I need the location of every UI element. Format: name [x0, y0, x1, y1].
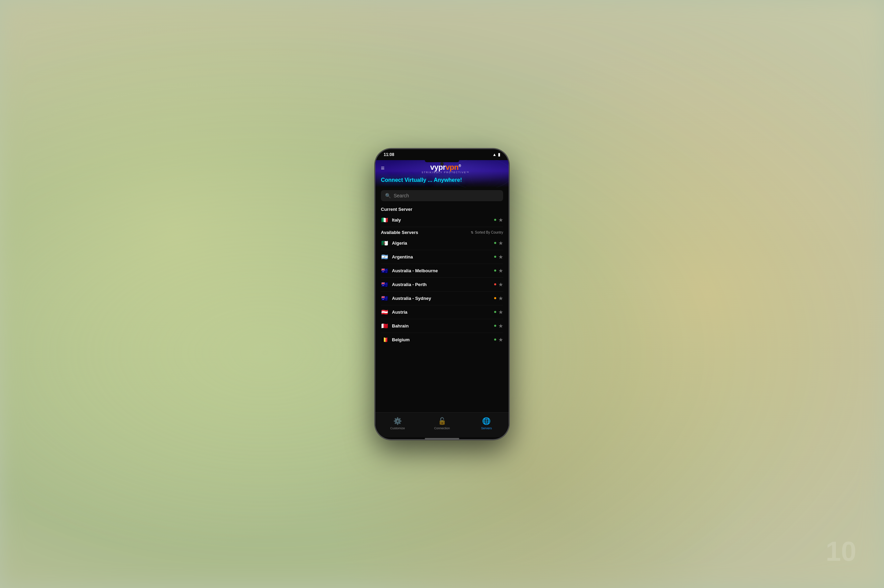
wifi-icon: ▲: [492, 152, 496, 157]
server-actions-belgium: ★: [494, 336, 503, 343]
search-icon: 🔍: [385, 193, 391, 198]
server-dot-australia-melbourne: [494, 270, 496, 272]
server-flag-algeria: 🇩🇿: [381, 240, 388, 246]
server-actions-algeria: ★: [494, 240, 503, 246]
server-actions-australia-melbourne: ★: [494, 267, 503, 274]
search-placeholder: Search: [394, 193, 409, 198]
bottom-nav: ⚙️ Customize 🔓 Connection 🌐 Servers: [375, 412, 509, 437]
customize-icon: ⚙️: [393, 417, 402, 425]
current-server-star[interactable]: ★: [498, 217, 503, 223]
logo-text: vyprvpn®: [430, 163, 461, 172]
status-bar: 11:08 ▲ ▮: [375, 149, 509, 160]
server-actions-australia-sydney: ★: [494, 295, 503, 302]
server-star-austria[interactable]: ★: [498, 309, 503, 315]
nav-item-connection[interactable]: 🔓 Connection: [420, 417, 465, 430]
current-server-actions: ★: [494, 217, 503, 223]
server-star-australia-melbourne[interactable]: ★: [498, 267, 503, 274]
server-dot-austria: [494, 311, 496, 313]
server-dot-argentina: [494, 256, 496, 258]
server-name-australia-perth: Australia - Perth: [392, 282, 494, 287]
server-actions-bahrain: ★: [494, 322, 503, 329]
status-icons: ▲ ▮: [492, 152, 501, 157]
server-name-argentina: Argentina: [392, 254, 494, 260]
status-time: 11:08: [383, 152, 394, 157]
server-item-bahrain[interactable]: 🇧🇭 Bahrain ★: [381, 319, 503, 333]
server-name-algeria: Algeria: [392, 240, 494, 246]
server-item-australia-melbourne[interactable]: 🇦🇺 Australia - Melbourne ★: [381, 264, 503, 278]
connection-label: Connection: [434, 426, 450, 430]
nav-item-customize[interactable]: ⚙️ Customize: [375, 417, 420, 430]
phone-frame: 11:08 ▲ ▮ ≡: [375, 148, 509, 440]
server-item-australia-perth[interactable]: 🇦🇺 Australia - Perth ★: [381, 278, 503, 292]
server-flag-australia-melbourne: 🇦🇺: [381, 267, 388, 274]
server-flag-bahrain: 🇧🇭: [381, 322, 388, 329]
servers-label: Servers: [481, 426, 492, 430]
server-item-austria[interactable]: 🇦🇹 Austria ★: [381, 305, 503, 319]
server-star-argentina[interactable]: ★: [498, 254, 503, 260]
server-dot-australia-perth: [494, 283, 496, 285]
server-flag-argentina: 🇦🇷: [381, 254, 388, 260]
server-item-algeria[interactable]: 🇩🇿 Algeria ★: [381, 236, 503, 250]
server-name-australia-melbourne: Australia - Melbourne: [392, 268, 494, 273]
battery-icon: ▮: [498, 152, 501, 157]
current-server-flag: 🇮🇹: [381, 217, 388, 223]
server-flag-australia-sydney: 🇦🇺: [381, 295, 388, 302]
camera-notch: [440, 162, 444, 166]
server-actions-austria: ★: [494, 309, 503, 315]
server-star-australia-perth[interactable]: ★: [498, 281, 503, 288]
search-container: 🔍 Search: [375, 188, 509, 204]
server-item-australia-sydney[interactable]: 🇦🇺 Australia - Sydney ★: [381, 292, 503, 305]
hamburger-icon[interactable]: ≡: [381, 165, 385, 172]
sort-text: Sorted By Country: [475, 231, 503, 234]
logo-registered: ®: [459, 164, 461, 167]
scene: 11:08 ▲ ▮ ≡: [235, 18, 649, 570]
server-star-algeria[interactable]: ★: [498, 240, 503, 246]
server-dot-algeria: [494, 242, 496, 244]
sort-label[interactable]: ⇅ Sorted By Country: [471, 231, 503, 234]
servers-icon: 🌐: [482, 417, 491, 425]
server-item-argentina[interactable]: 🇦🇷 Argentina ★: [381, 250, 503, 264]
logo-tagline: STRIKINGLY PROTECTIVE™: [422, 171, 470, 174]
server-flag-australia-perth: 🇦🇺: [381, 281, 388, 288]
server-actions-australia-perth: ★: [494, 281, 503, 288]
current-server-dot: [494, 219, 496, 221]
server-name-belgium: Belgium: [392, 337, 494, 342]
server-star-bahrain[interactable]: ★: [498, 322, 503, 329]
header-banner: Connect Virtually ... Anywhere!: [381, 177, 503, 183]
sort-icon: ⇅: [471, 231, 474, 234]
server-flag-belgium: 🇧🇪: [381, 336, 388, 343]
search-box[interactable]: 🔍 Search: [381, 190, 503, 201]
server-dot-belgium: [494, 339, 496, 340]
server-name-bahrain: Bahrain: [392, 323, 494, 328]
server-star-belgium[interactable]: ★: [498, 336, 503, 343]
server-dot-australia-sydney: [494, 297, 496, 299]
server-item-belgium[interactable]: 🇧🇪 Belgium ★: [381, 333, 503, 346]
banner-text: Connect Virtually ... Anywhere!: [381, 177, 462, 183]
customize-label: Customize: [390, 426, 405, 430]
server-name-australia-sydney: Australia - Sydney: [392, 296, 494, 301]
app-container: ≡ vyprvpn® STRIKINGLY PROTECTIVE™ Connec…: [375, 160, 509, 439]
watermark: 10: [825, 536, 856, 567]
logo-container: vyprvpn® STRIKINGLY PROTECTIVE™: [388, 163, 503, 174]
current-server-header: Current Server: [381, 204, 503, 213]
connection-icon: 🔓: [438, 417, 447, 425]
current-server-item[interactable]: 🇮🇹 Italy ★: [381, 213, 503, 227]
server-star-australia-sydney[interactable]: ★: [498, 295, 503, 302]
available-servers-header: Available Servers ⇅ Sorted By Country: [381, 227, 503, 236]
current-server-title: Current Server: [381, 207, 412, 212]
server-dot-bahrain: [494, 325, 496, 327]
server-actions-argentina: ★: [494, 254, 503, 260]
server-flag-austria: 🇦🇹: [381, 309, 388, 315]
server-name-austria: Austria: [392, 309, 494, 315]
current-server-name: Italy: [392, 218, 494, 223]
server-list: Current Server 🇮🇹 Italy ★ Available Serv…: [375, 204, 509, 412]
nav-item-servers[interactable]: 🌐 Servers: [464, 417, 509, 430]
home-indicator: [425, 438, 459, 439]
logo-vpn: vpn: [445, 163, 459, 171]
available-servers-title: Available Servers: [381, 230, 418, 235]
